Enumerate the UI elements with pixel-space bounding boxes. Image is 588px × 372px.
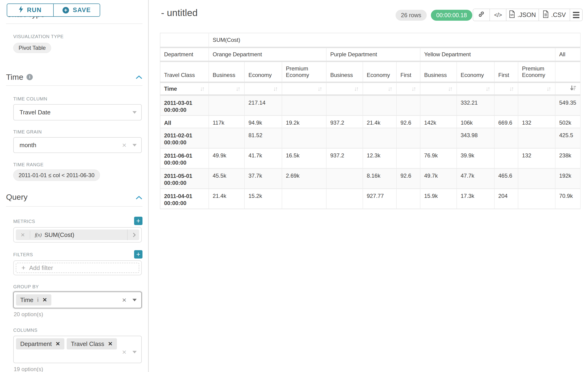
run-button[interactable]: RUN [7,4,54,16]
pivot-value-cell: 927.77 [363,189,397,209]
caret-down-icon[interactable] [133,299,137,301]
add-filter-button[interactable]: + Add filter [16,263,139,273]
chevron-up-icon[interactable] [136,195,142,201]
caret-down-icon[interactable] [133,144,137,147]
pivot-row-header: 2011-03-01 00:00:00 [160,95,209,115]
query-section-heading: Query [6,192,28,202]
pivot-value-cell: 41.7k [244,148,282,168]
pivot-travel-class-header: Business [420,61,457,82]
pivot-column-sort-header[interactable]: ↓↑ [209,82,244,95]
pivot-column-sort-header[interactable]: ↓↑ [494,82,518,95]
pivot-column-sort-header[interactable]: ↓↑ [397,82,420,95]
visualization-type-pill[interactable]: Pivot Table [13,43,51,53]
pivot-metric-header: SUM(Cost) [209,33,580,47]
pivot-time-sort-header[interactable]: Time↓↑ [160,82,209,95]
pivot-value-cell: 45.5k [209,168,244,189]
time-range-pill[interactable]: 2011-01-01 ≤ col < 2011-06-30 [13,170,100,181]
pivot-value-cell: 117k [209,115,244,128]
pivot-travel-class-header: Economy [363,61,397,82]
x-icon[interactable]: × [122,348,126,356]
pivot-value-cell: 81.52 [244,128,282,148]
pivot-header-row-travel-class: Travel ClassBusinessEconomyPremium Econo… [160,61,580,82]
time-column-select[interactable]: Travel Date [13,104,142,120]
time-section-title: Time [6,73,23,82]
x-icon[interactable]: ✕ [108,340,113,347]
pivot-value-cell [363,128,397,148]
pivot-value-cell [494,128,518,148]
save-button[interactable]: + SAVE [54,4,100,16]
pivot-column-sort-header[interactable]: ↓↑ [244,82,282,95]
x-icon[interactable]: ✕ [55,340,60,347]
sort-icon: ↓↑ [354,85,359,92]
pivot-department-header: Purple Department [326,47,420,61]
sort-icon: ↓↑ [388,85,393,92]
pivot-value-cell: 142k [420,115,457,128]
pivot-value-cell [518,95,555,115]
group-by-tag-time[interactable]: Time i ✕ [16,294,51,306]
export-json-button[interactable]: .JSON [506,9,539,21]
pivot-column-sort-header[interactable]: ↓↑ [420,82,457,95]
chart-title[interactable]: - untitled [161,7,198,18]
pivot-value-cell [326,128,363,148]
metrics-label: METRICS [13,219,35,224]
pivot-value-cell: 12.3k [363,148,397,168]
group-by-select[interactable]: Time i ✕ × [13,292,142,308]
export-csv-button[interactable]: .CSV [539,9,570,21]
pivot-column-sort-header[interactable]: ↓↑ [363,82,397,95]
pivot-value-cell [209,128,244,148]
columns-tag-department[interactable]: Department ✕ [16,338,64,350]
sort-icon: ↓↑ [485,85,490,92]
tag-label: Travel Class [71,340,104,348]
caret-down-icon[interactable] [133,351,137,353]
pivot-value-cell [326,168,363,189]
pivot-value-cell: 17.3k [457,189,494,209]
export-toolbar: </> .JSON .CSV [473,9,583,21]
x-icon[interactable]: × [16,231,30,239]
columns-select[interactable]: Department ✕ Travel Class ✕ × [13,336,142,363]
pivot-value-cell: 192k [555,168,580,189]
pivot-value-cell: 204 [494,189,518,209]
add-metric-button[interactable]: + [134,217,142,225]
pivot-column-sort-header[interactable]: ↓↑ [518,82,555,95]
columns-tag-travel-class[interactable]: Travel Class ✕ [67,338,117,350]
share-link-button[interactable] [473,9,490,21]
time-grain-select[interactable]: month × [13,137,142,153]
pivot-value-cell: 343.98 [457,128,494,148]
caret-down-icon[interactable] [133,111,137,114]
columns-options-hint: 19 option(s) [14,366,43,372]
pivot-travel-class-header: First [397,61,420,82]
x-icon[interactable]: ✕ [42,297,47,303]
time-range-label: TIME RANGE [13,162,43,167]
run-button-label: RUN [27,7,42,14]
sort-descending-icon [570,85,576,93]
row-count-badge: 26 rows [396,10,427,21]
metrics-box: × f(x) SUM(Cost) [13,227,142,243]
metric-pill[interactable]: × f(x) SUM(Cost) [16,230,139,240]
x-icon[interactable]: × [122,296,126,304]
file-lines-icon [543,11,549,20]
pivot-travel-class-header: Business [209,61,244,82]
pivot-value-cell: 70.9k [555,189,580,209]
chevron-right-icon[interactable] [127,230,139,240]
pivot-data-row: 2011-05-01 00:00:0045.5k37.7k2.69k8.16k9… [160,168,580,189]
pivot-value-cell: 238k [555,148,580,168]
chevron-up-icon[interactable] [136,75,142,80]
pivot-column-sort-header[interactable]: ↓↑ [457,82,494,95]
pivot-column-sort-header[interactable] [555,82,580,95]
view-query-button[interactable]: </> [490,9,506,21]
pivot-column-sort-header[interactable]: ↓↑ [326,82,363,95]
pivot-column-sort-header[interactable]: ↓↑ [282,82,326,95]
pivot-header-row-sort: Time↓↑↓↑↓↑↓↑↓↑↓↑↓↑↓↑↓↑↓↑↓↑ [160,82,580,95]
sort-icon: ↓↑ [411,85,416,92]
pivot-data-row: 2011-03-01 00:00:00217.14332.21549.35 [160,95,580,115]
more-options-button[interactable] [570,9,582,21]
sort-icon: ↓↑ [448,85,453,92]
add-filter-plus-button[interactable]: + [134,250,142,258]
sort-icon: ↓↑ [509,85,514,92]
sort-icon: ↓↑ [236,85,241,92]
query-section-title: Query [6,192,28,202]
explore-page: Chart Type RUN + SAVE VISUALIZATION TYPE [0,0,588,372]
pivot-value-cell: 49.7k [420,168,457,189]
pivot-value-cell: 39.9k [457,148,494,168]
x-icon[interactable]: × [122,141,126,149]
